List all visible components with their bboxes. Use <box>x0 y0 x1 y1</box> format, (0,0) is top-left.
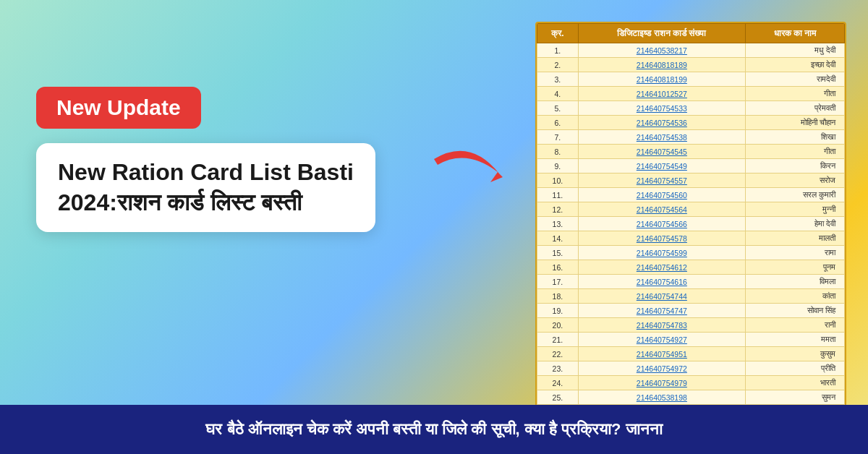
row-card-number[interactable]: 214640754744 <box>578 289 745 304</box>
row-card-number[interactable]: 214640754747 <box>578 304 745 318</box>
row-num: 13. <box>537 217 579 231</box>
row-holder-name: इच्छा देवी <box>746 58 845 72</box>
row-num: 20. <box>537 318 579 333</box>
table-row: 10.214640754557सरोज <box>537 174 845 188</box>
row-card-number[interactable]: 214640754616 <box>578 275 745 289</box>
row-holder-name: सरोज <box>746 174 845 188</box>
table-row: 24.214640754979भारती <box>537 376 845 390</box>
table-row: 23.214640754972प्रीति <box>537 361 845 376</box>
row-card-number[interactable]: 214640538217 <box>578 43 745 58</box>
row-card-number[interactable]: 214640754560 <box>578 188 745 202</box>
table-row: 2.214640818189इच्छा देवी <box>537 58 845 72</box>
row-num: 25. <box>537 390 579 405</box>
title-line1: New Ration Card List Basti <box>58 159 354 185</box>
row-holder-name: मोहिनी चौहान <box>746 116 845 130</box>
table-row: 16.214640754612पूनम <box>537 260 845 275</box>
bottom-bar-text: घर बैठे ऑनलाइन चेक करें अपनी बस्ती या जि… <box>205 420 662 439</box>
row-card-number[interactable]: 214640754538 <box>578 130 745 145</box>
row-card-number[interactable]: 214640754927 <box>578 333 745 347</box>
row-holder-name: प्रीति <box>746 361 845 376</box>
row-num: 15. <box>537 246 579 260</box>
row-num: 18. <box>537 289 579 304</box>
row-num: 21. <box>537 333 579 347</box>
row-card-number[interactable]: 214640754566 <box>578 217 745 231</box>
row-holder-name: शिखा <box>746 130 845 145</box>
col-num-header: क्र. <box>537 24 579 43</box>
ration-card-table: क्र. डिजिटाइष्ड राशन कार्ड संख्या धारक क… <box>537 23 845 454</box>
row-num: 17. <box>537 275 579 289</box>
row-num: 4. <box>537 87 579 101</box>
row-holder-name: कुसुम <box>746 347 845 361</box>
row-num: 3. <box>537 72 579 87</box>
row-card-number[interactable]: 214640754972 <box>578 361 745 376</box>
row-num: 10. <box>537 174 579 188</box>
row-card-number[interactable]: 214640754599 <box>578 246 745 260</box>
row-card-number[interactable]: 214640754564 <box>578 202 745 217</box>
row-card-number[interactable]: 214640538198 <box>578 390 745 405</box>
row-holder-name: प्रेमवती <box>746 101 845 116</box>
row-card-number[interactable]: 214640818189 <box>578 58 745 72</box>
title-line2: 2024:राशन कार्ड लिस्ट बस्ती <box>58 189 302 215</box>
col-card-header: डिजिटाइष्ड राशन कार्ड संख्या <box>578 24 745 43</box>
row-num: 9. <box>537 159 579 174</box>
row-holder-name: विमला <box>746 275 845 289</box>
row-holder-name: सोवान सिंह <box>746 304 845 318</box>
row-num: 6. <box>537 116 579 130</box>
row-card-number[interactable]: 214640754533 <box>578 101 745 116</box>
row-holder-name: हेमा देवी <box>746 217 845 231</box>
row-card-number[interactable]: 214640754951 <box>578 347 745 361</box>
row-holder-name: रानी <box>746 318 845 333</box>
table-row: 1.214640538217मधु देवी <box>537 43 845 58</box>
row-num: 24. <box>537 376 579 390</box>
row-holder-name: किरन <box>746 159 845 174</box>
arrow-icon <box>427 145 514 202</box>
main-title-box: New Ration Card List Basti 2024:राशन कार… <box>36 143 375 232</box>
row-num: 5. <box>537 101 579 116</box>
table-row: 12.214640754564मुन्नी <box>537 202 845 217</box>
bottom-bar: घर बैठे ऑनलाइन चेक करें अपनी बस्ती या जि… <box>0 405 868 454</box>
table-row: 9.214640754549किरन <box>537 159 845 174</box>
row-holder-name: सुमन <box>746 390 845 405</box>
row-num: 11. <box>537 188 579 202</box>
row-card-number[interactable]: 214640754612 <box>578 260 745 275</box>
table-row: 4.214641012527गीता <box>537 87 845 101</box>
row-holder-name: रामा <box>746 246 845 260</box>
arrow-container <box>427 145 514 205</box>
row-card-number[interactable]: 214640754783 <box>578 318 745 333</box>
row-card-number[interactable]: 214640754536 <box>578 116 745 130</box>
row-num: 8. <box>537 145 579 159</box>
row-num: 19. <box>537 304 579 318</box>
row-holder-name: रामदेवी <box>746 72 845 87</box>
table-row: 22.214640754951कुसुम <box>537 347 845 361</box>
ration-card-table-container: क्र. डिजिटाइष्ड राशन कार्ड संख्या धारक क… <box>535 22 846 454</box>
row-num: 12. <box>537 202 579 217</box>
row-holder-name: मधु देवी <box>746 43 845 58</box>
row-holder-name: गीता <box>746 145 845 159</box>
row-num: 2. <box>537 58 579 72</box>
row-card-number[interactable]: 214640754557 <box>578 174 745 188</box>
table-row: 6.214640754536मोहिनी चौहान <box>537 116 845 130</box>
table-row: 13.214640754566हेमा देवी <box>537 217 845 231</box>
table-row: 14.214640754578मालती <box>537 231 845 246</box>
row-card-number[interactable]: 214640754578 <box>578 231 745 246</box>
table-row: 18.214640754744कांता <box>537 289 845 304</box>
row-holder-name: भारती <box>746 376 845 390</box>
row-card-number[interactable]: 214640754979 <box>578 376 745 390</box>
row-holder-name: सरल कुमारी <box>746 188 845 202</box>
row-num: 1. <box>537 43 579 58</box>
table-row: 5.214640754533प्रेमवती <box>537 101 845 116</box>
col-name-header: धारक का नाम <box>746 24 845 43</box>
row-card-number[interactable]: 214640754545 <box>578 145 745 159</box>
row-num: 16. <box>537 260 579 275</box>
table-row: 20.214640754783रानी <box>537 318 845 333</box>
row-card-number[interactable]: 214640754549 <box>578 159 745 174</box>
main-title: New Ration Card List Basti 2024:राशन कार… <box>58 158 354 218</box>
table-header-row: क्र. डिजिटाइष्ड राशन कार्ड संख्या धारक क… <box>537 24 845 43</box>
badge-label: New Update <box>56 95 181 119</box>
row-card-number[interactable]: 214641012527 <box>578 87 745 101</box>
table-row: 11.214640754560सरल कुमारी <box>537 188 845 202</box>
table-row: 17.214640754616विमला <box>537 275 845 289</box>
row-num: 22. <box>537 347 579 361</box>
table-row: 15.214640754599रामा <box>537 246 845 260</box>
row-card-number[interactable]: 214640818199 <box>578 72 745 87</box>
